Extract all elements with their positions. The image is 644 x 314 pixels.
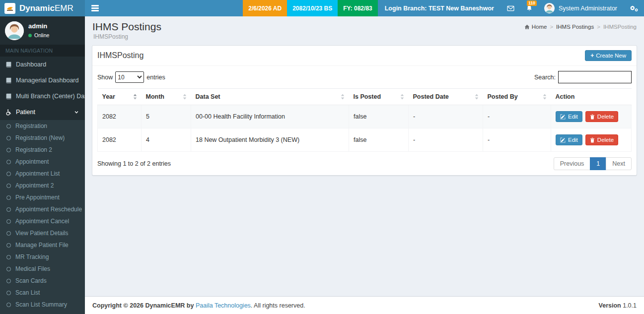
column-header-data-set[interactable]: Data Set xyxy=(191,89,349,105)
sidebar-subitem-label: Scan List Summary xyxy=(15,301,67,308)
book-icon xyxy=(5,62,12,68)
sidebar: admin Online MAIN NAVIGATION DashboardMa… xyxy=(0,16,85,314)
sidebar-item-label: Managerial Dashboard xyxy=(16,77,78,84)
column-header-year[interactable]: Year xyxy=(98,89,142,105)
sidebar-subitem-registration[interactable]: Registration xyxy=(0,120,85,132)
circle-o-icon xyxy=(6,148,11,152)
navbar-main: 2/6/2026 AD2082/10/23 BSFY: 082/83 Login… xyxy=(85,0,644,16)
sidebar-subitem-appointment[interactable]: Appointment xyxy=(0,156,85,168)
ihms-posting-table: YearMonthData SetIs PostedPosted DatePos… xyxy=(97,88,632,152)
breadcrumb-item-ihms-postings[interactable]: IHMS Postings xyxy=(556,24,594,30)
pagination-next-button[interactable]: Next xyxy=(606,157,632,170)
user-status[interactable]: Online xyxy=(28,32,49,38)
sidebar-item-managerial-dashboard[interactable]: Managerial Dashboard xyxy=(0,72,85,88)
brand-name: DynamicEMR xyxy=(19,3,73,13)
sidebar-subitem-appointment-reschedule[interactable]: Appointment Reschedule xyxy=(0,203,85,215)
cell-data-set: 00-00 Health Facility Information xyxy=(191,105,349,128)
edit-button[interactable]: Edit xyxy=(556,134,582,145)
column-header-posted-by[interactable]: Posted By xyxy=(483,89,551,105)
circle-o-icon xyxy=(6,184,11,188)
company-link[interactable]: Paaila Technologies xyxy=(196,302,251,309)
trash-icon xyxy=(590,137,595,143)
delete-button[interactable]: Delete xyxy=(585,134,618,145)
pagination: Previous 1 Next xyxy=(554,157,632,170)
settings-menu[interactable] xyxy=(623,0,644,16)
trash-icon xyxy=(590,114,595,120)
column-header-month[interactable]: Month xyxy=(142,89,191,105)
sidebar-subitem-scan-cards[interactable]: Scan Cards xyxy=(0,275,85,287)
cell-action: EditDelete xyxy=(551,128,632,152)
sidebar-subitem-appointment-cancel[interactable]: Appointment Cancel xyxy=(0,215,85,227)
edit-button[interactable]: Edit xyxy=(556,111,582,122)
sidebar-subitem-appointment-2[interactable]: Appointment 2 xyxy=(0,180,85,191)
breadcrumb-item-home[interactable]: Home xyxy=(524,24,547,30)
cell-data-set: 18 New Outpatient Morbidity 3 (NEW) xyxy=(191,128,349,152)
circle-o-icon xyxy=(6,136,11,140)
user-menu[interactable]: System Administrator xyxy=(538,0,623,16)
page-length-select[interactable]: 10 xyxy=(115,71,144,83)
version-text: Version 1.0.1 xyxy=(599,302,637,309)
wheelchair-icon xyxy=(5,109,12,116)
sidebar-item-patient[interactable]: Patient xyxy=(0,104,85,120)
circle-o-icon xyxy=(6,291,11,295)
table-controls: Show 10 entries Search: xyxy=(97,71,632,83)
sidebar-subitem-mr-tracking[interactable]: MR Tracking xyxy=(0,251,85,263)
sidebar-item-multi-branch-center-dashboard[interactable]: Multi Branch (Center) Dashboard xyxy=(0,88,85,104)
breadcrumb: Home>IHMS Postings>IHMSPosting xyxy=(524,24,637,30)
panel-header: IHMSPosting + Create New xyxy=(92,46,637,66)
column-header-is-posted[interactable]: Is Posted xyxy=(349,89,409,105)
brand[interactable]: DynamicEMR xyxy=(0,0,85,16)
ihms-posting-panel: IHMSPosting + Create New Show 10 entries… xyxy=(92,45,637,176)
column-header-posted-date[interactable]: Posted Date xyxy=(409,89,483,105)
circle-o-icon xyxy=(6,160,11,164)
sidebar-user-panel: admin Online xyxy=(0,16,85,45)
create-new-button[interactable]: + Create New xyxy=(585,50,632,61)
sidebar-item-label: Multi Branch (Center) Dashboard xyxy=(16,93,85,100)
sort-icon xyxy=(133,94,137,100)
sidebar-subitem-label: Appointment 2 xyxy=(15,182,54,189)
sidebar-subitem-coding[interactable]: Coding xyxy=(0,311,85,314)
sidebar-user-name: admin xyxy=(28,22,49,30)
sidebar-subitem-pre-appointment[interactable]: Pre Appointment xyxy=(0,191,85,203)
pagination-previous-button[interactable]: Previous xyxy=(554,157,591,170)
circle-o-icon xyxy=(6,267,11,271)
sidebar-subitem-label: Scan List xyxy=(15,289,40,296)
user-status-label: Online xyxy=(34,32,49,38)
sidebar-subitem-label: View Patient Details xyxy=(15,230,69,237)
sidebar-item-label: Dashboard xyxy=(16,61,46,68)
circle-o-icon xyxy=(6,124,11,128)
circle-o-icon xyxy=(6,279,11,283)
sidebar-subitem-scan-list[interactable]: Scan List xyxy=(0,287,85,299)
entries-label: entries xyxy=(146,74,165,81)
notifications-menu[interactable]: 110 xyxy=(520,0,538,16)
sidebar-toggle-button[interactable] xyxy=(85,0,105,16)
messages-menu[interactable] xyxy=(501,0,520,16)
table-row: 2082500-00 Health Facility Informationfa… xyxy=(98,105,632,128)
sidebar-subitem-registration-2[interactable]: Registration 2 xyxy=(0,144,85,156)
sort-icon xyxy=(475,94,479,100)
sidebar-subitem-appointment-list[interactable]: Appointment List xyxy=(0,168,85,180)
sidebar-subitem-registration-new[interactable]: Registration (New) xyxy=(0,132,85,144)
sidebar-subitem-medical-files[interactable]: Medical Files xyxy=(0,263,85,275)
sidebar-subitem-label: Pre Appointment xyxy=(15,194,60,201)
sidebar-item-label: Patient xyxy=(16,109,35,116)
delete-button[interactable]: Delete xyxy=(585,111,618,122)
sidebar-subitem-manage-patient-file[interactable]: Manage Patient File xyxy=(0,239,85,251)
breadcrumb-separator: > xyxy=(597,24,600,30)
sidebar-subitem-label: Appointment Cancel xyxy=(15,218,69,225)
book-icon xyxy=(5,93,12,100)
sidebar-subitem-view-patient-details[interactable]: View Patient Details xyxy=(0,227,85,239)
cell-year: 2082 xyxy=(98,105,142,128)
sidebar-subitem-scan-list-summary[interactable]: Scan List Summary xyxy=(0,299,85,311)
page-subtitle: IHMSPosting xyxy=(92,33,637,40)
sidebar-item-dashboard[interactable]: Dashboard xyxy=(0,57,85,72)
sidebar-subitem-label: MR Tracking xyxy=(15,253,49,260)
pagination-page-1-button[interactable]: 1 xyxy=(590,157,606,170)
patient-submenu: RegistrationRegistration (New)Registrati… xyxy=(0,120,85,314)
top-navbar: DynamicEMR 2/6/2026 AD2082/10/23 BSFY: 0… xyxy=(0,0,644,16)
sidebar-subitem-label: Medical Files xyxy=(15,265,50,272)
sidebar-section-label: MAIN NAVIGATION xyxy=(0,45,85,57)
sidebar-subitem-label: Appointment Reschedule xyxy=(15,206,82,213)
content-area: IHMS Postings IHMSPosting Home>IHMS Post… xyxy=(85,16,644,296)
search-input[interactable] xyxy=(558,71,632,83)
